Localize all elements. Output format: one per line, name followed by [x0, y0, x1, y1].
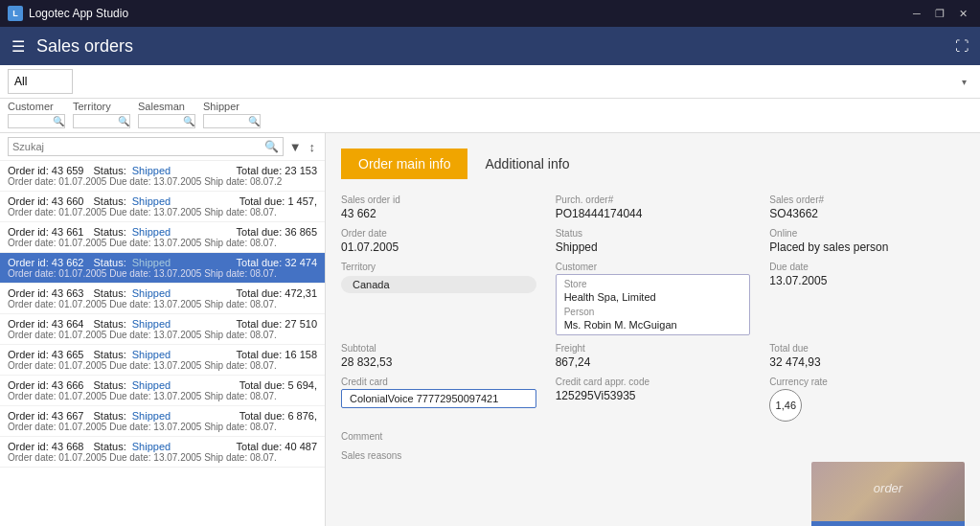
order-status: Shipped — [132, 195, 171, 207]
order-list-item[interactable]: Order id: 43 660 Status: Shipped Total d… — [0, 192, 325, 222]
order-dates: Order date: 01.07.2005 Due date: 13.07.2… — [8, 238, 317, 248]
tab-additional-info[interactable]: Additional info — [467, 149, 586, 179]
shipper-col-header: Shipper 🔍 — [203, 101, 261, 128]
online-section: Online Placed by sales person — [769, 228, 965, 254]
order-list-item[interactable]: Order id: 43 661 Status: Shipped Total d… — [0, 222, 325, 253]
sales-order-num-value: SO43662 — [769, 207, 965, 220]
order-list-item[interactable]: Order id: 43 666 Status: Shipped Total d… — [0, 376, 325, 406]
sales-order-id-section: Sales order id 43 662 — [341, 194, 536, 220]
sales-order-id-value: 43 662 — [341, 207, 536, 220]
subtotal-value: 28 832,53 — [341, 355, 536, 369]
order-dates: Order date: 01.07.2005 Due date: 13.07.2… — [8, 207, 317, 217]
search-input[interactable] — [12, 141, 264, 152]
close-button[interactable]: ✕ — [953, 4, 972, 23]
menu-icon[interactable]: ☰ — [11, 37, 25, 56]
customer-box: Store Health Spa, Limited Person Ms. Rob… — [556, 274, 751, 335]
due-date-value: 13.07.2005 — [769, 274, 965, 287]
territory-search[interactable]: 🔍 — [73, 114, 130, 128]
status-label: Status — [556, 228, 751, 239]
order-dates: Order date: 01.07.2005 Due date: 13.07.2… — [8, 330, 317, 340]
order-status: Shipped — [132, 379, 171, 391]
currency-rate-section: Currency rate 1,46 — [769, 377, 965, 422]
order-dates: Order date: 01.07.2005 Due date: 13.07.2… — [8, 391, 317, 401]
order-id: Order id: 43 667 — [8, 410, 84, 422]
order-id: Order id: 43 666 — [8, 379, 84, 391]
order-id: Order id: 43 665 — [8, 349, 84, 360]
order-total: Total due: 23 153 — [237, 165, 317, 176]
sales-reasons-section: Sales reasons — [341, 450, 401, 461]
order-dates: Order date: 01.07.2005 Due date: 13.07.2… — [8, 299, 317, 309]
order-list-item[interactable]: Order id: 43 668 Status: Shipped Total d… — [0, 437, 325, 468]
order-image: order Order details — [811, 462, 965, 526]
sales-order-num-label: Sales order# — [769, 194, 965, 205]
fullscreen-button[interactable]: ⛶ — [955, 38, 969, 54]
order-list-item[interactable]: Order id: 43 667 Status: Shipped Total d… — [0, 406, 325, 437]
column-headers: Customer 🔍 Territory 🔍 Salesman 🔍 Shippe… — [0, 99, 980, 133]
total-due-label: Total due — [769, 343, 965, 354]
order-image-text: order — [874, 481, 902, 495]
order-status: Shipped — [132, 349, 171, 360]
order-id: Order id: 43 664 — [8, 318, 84, 330]
order-list-item[interactable]: Order id: 43 663 Status: Shipped Total d… — [0, 284, 325, 314]
customer-section: Customer Store Health Spa, Limited Perso… — [556, 262, 751, 335]
order-list-item[interactable]: Order id: 43 665 Status: Shipped Total d… — [0, 345, 325, 376]
order-list-item[interactable]: Order id: 43 659 Status: Shipped Total d… — [0, 161, 325, 192]
shipper-search[interactable]: 🔍 — [203, 114, 261, 128]
topbar: ☰ Sales orders ⛶ — [0, 27, 980, 65]
titlebar: L Logotec App Studio ─ ❐ ✕ — [0, 0, 980, 27]
order-date-label: Order date — [341, 228, 536, 239]
app-title: Logotec App Studio — [29, 7, 128, 20]
customer-search-input[interactable] — [12, 116, 51, 126]
order-date-value: 01.07.2005 — [341, 240, 536, 254]
order-date-section: Order date 01.07.2005 — [341, 228, 536, 254]
order-detail: Order main info Additional info Sales or… — [326, 133, 980, 526]
purch-order-label: Purch. order# — [556, 194, 751, 205]
salesman-search-input[interactable] — [143, 116, 181, 126]
order-status: Shipped — [132, 165, 171, 176]
order-dates: Order date: 01.07.2005 Due date: 13.07.2… — [8, 268, 317, 279]
restore-button[interactable]: ❐ — [930, 4, 949, 23]
order-items-container: Order id: 43 659 Status: Shipped Total d… — [0, 161, 325, 468]
order-status-prefix: Status: — [94, 318, 126, 330]
territory-label: Territory — [341, 262, 536, 272]
salesman-search[interactable]: 🔍 — [138, 114, 195, 128]
subtotal-section: Subtotal 28 832,53 — [341, 343, 536, 369]
order-list: 🔍 ▼ ↕ Order id: 43 659 Status: Shipped T… — [0, 133, 326, 526]
customer-store-value: Health Spa, Limited — [564, 291, 742, 303]
credit-card-value: ColonialVoice 77772950097421 — [341, 389, 536, 408]
credit-card-label: Credit card — [341, 377, 536, 387]
sales-order-num-section: Sales order# SO43662 — [769, 194, 965, 220]
page-title: Sales orders — [36, 36, 133, 57]
tab-order-main-info[interactable]: Order main info — [341, 149, 467, 179]
territory-section: Territory Canada — [341, 262, 536, 293]
order-status: Shipped — [132, 287, 171, 299]
customer-search[interactable]: 🔍 — [8, 114, 65, 128]
currency-rate-value: 1,46 — [769, 389, 802, 422]
order-total: Total due: 6 876, — [239, 410, 317, 422]
filter-select[interactable]: All Pending Shipped Cancelled — [8, 69, 73, 94]
sort-button[interactable]: ↕ — [308, 138, 318, 156]
order-total: Total due: 40 487 — [237, 441, 317, 452]
order-total: Total due: 36 865 — [237, 226, 317, 238]
purch-order-value: PO18444174044 — [556, 207, 751, 220]
order-status: Shipped — [132, 410, 171, 422]
order-status: Shipped — [132, 318, 171, 330]
territory-search-input[interactable] — [78, 116, 116, 126]
order-dates: Order date: 01.07.2005 Due date: 13.07.2… — [8, 360, 317, 371]
freight-value: 867,24 — [556, 355, 751, 369]
order-total: Total due: 5 694, — [239, 379, 317, 391]
territory-col-header: Territory 🔍 — [73, 101, 130, 128]
order-status-prefix: Status: — [94, 195, 126, 207]
due-date-label: Due date — [769, 262, 965, 272]
order-status-prefix: Status: — [94, 287, 126, 299]
credit-card-appr-value: 125295Vi53935 — [556, 389, 751, 402]
credit-card-appr-label: Credit card appr. code — [556, 377, 751, 387]
order-list-item[interactable]: Order id: 43 664 Status: Shipped Total d… — [0, 314, 325, 345]
credit-card-appr-section: Credit card appr. code 125295Vi53935 — [556, 377, 751, 402]
minimize-button[interactable]: ─ — [907, 4, 926, 23]
shipper-search-input[interactable] — [208, 116, 246, 126]
order-list-item[interactable]: Order id: 43 662 Status: Shipped Total d… — [0, 253, 325, 284]
currency-rate-label: Currency rate — [769, 377, 965, 387]
sales-order-id-label: Sales order id — [341, 194, 536, 205]
filter-button[interactable]: ▼ — [287, 138, 304, 156]
